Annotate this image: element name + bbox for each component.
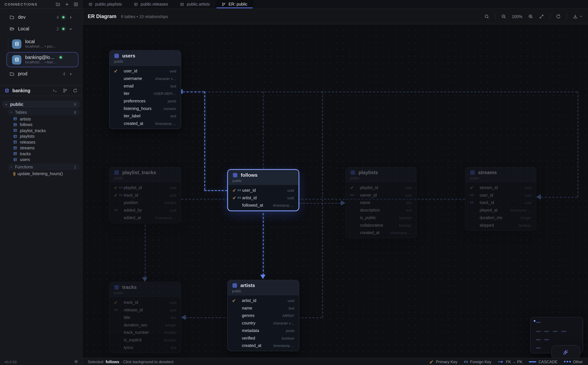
column-row[interactable]: skipped boolean — [465, 221, 536, 229]
connection-group-local[interactable]: Local 2 — [4, 25, 78, 33]
column-row[interactable]: lyrics text — [110, 344, 181, 351]
table-item-label: artists — [20, 117, 31, 121]
column-row[interactable]: track_id uuid — [465, 199, 536, 206]
sidebar-table-item[interactable]: playlist_tracks — [11, 127, 81, 133]
settings-gear-icon[interactable] — [74, 359, 78, 364]
column-row[interactable]: duration_ms integer — [465, 214, 536, 221]
column-row[interactable]: release_id uuid — [110, 306, 181, 314]
add-connection-icon[interactable] — [64, 2, 69, 7]
table-node-playlist-tracks[interactable]: playlist_tracks public playlist_id u — [109, 167, 181, 223]
column-row[interactable]: user_id uuid — [465, 191, 536, 199]
chevron-right-icon[interactable] — [69, 72, 73, 76]
column-row[interactable]: followed_at timestamp … — [228, 201, 299, 209]
tab-public-artists[interactable]: public.artists — [174, 0, 216, 8]
column-row[interactable]: user_id uuid — [228, 186, 299, 194]
connection-item-banking[interactable]: banking@lo… localhost:… • ban… — [7, 52, 78, 67]
export-button[interactable] — [573, 14, 583, 19]
column-row[interactable]: created_at timestamp … — [228, 342, 299, 349]
section-row-tables[interactable]: Tables 8 — [7, 109, 80, 116]
search-button[interactable] — [484, 14, 489, 19]
column-row[interactable]: added_by uuid — [110, 206, 181, 214]
column-row[interactable]: artist_id uuid — [228, 297, 299, 304]
ai-assistant-button[interactable] — [551, 345, 580, 358]
column-row[interactable]: username character v… — [110, 75, 181, 82]
connection-item-local[interactable]: local localhost:… • poc… — [7, 36, 78, 51]
column-row[interactable]: name text — [228, 304, 299, 312]
selection-status: Selected: follows · Click background to … — [88, 359, 429, 364]
tab-public-releases[interactable]: public.releases — [128, 0, 174, 8]
refresh-diagram-button[interactable] — [556, 14, 561, 19]
column-row[interactable]: created_at timestamp … — [346, 229, 416, 236]
column-row[interactable]: artist_id uuid — [228, 194, 299, 202]
tab-er-public[interactable]: ER: public — [216, 0, 253, 8]
sidebar-table-item[interactable]: playlists — [11, 133, 81, 139]
column-row[interactable]: email text — [110, 82, 181, 90]
column-row[interactable]: user_id uuid — [110, 67, 181, 75]
function-braces-icon: { } — [13, 171, 15, 175]
zoom-in-button[interactable] — [528, 14, 533, 19]
column-row[interactable]: title text — [110, 314, 181, 321]
column-row[interactable]: metadata jsonb — [228, 327, 299, 334]
table-node-artists[interactable]: artists public artist_id uuid — [227, 280, 299, 351]
table-node-users[interactable]: users public user_id uuid — [109, 50, 181, 129]
sidebar-table-item[interactable]: follows — [11, 122, 81, 127]
table-schema: public — [114, 59, 176, 63]
column-row[interactable]: duration_sec integer — [110, 321, 181, 329]
column-row[interactable]: stream_id uuid — [465, 184, 536, 191]
zoom-out-button[interactable] — [501, 14, 506, 19]
tab-public-playlists[interactable]: public.playlists — [83, 0, 128, 8]
column-row[interactable]: verified boolean — [228, 334, 299, 342]
collapse-sidebar-icon[interactable] — [74, 2, 78, 7]
column-row[interactable]: description text — [346, 206, 416, 214]
section-row-functions[interactable]: Functions 1 — [7, 164, 80, 170]
column-row[interactable]: listening_hours numeric — [110, 105, 181, 112]
connection-group-dev[interactable]: dev 4 — [4, 13, 78, 21]
sidebar-table-item[interactable]: releases — [11, 139, 81, 145]
column-name: metadata — [242, 328, 286, 333]
column-row[interactable]: genres ARRAY — [228, 312, 299, 319]
column-row[interactable]: track_id uuid — [110, 191, 181, 199]
column-row[interactable]: tier_label text — [110, 112, 181, 120]
foreign-key-icon — [470, 193, 474, 197]
column-row[interactable]: added_at timestamp … — [110, 214, 181, 221]
column-row[interactable]: is_public boolean — [346, 214, 416, 221]
column-row[interactable]: playlist_id uuid — [110, 184, 181, 191]
column-row[interactable]: position smallint — [110, 199, 181, 206]
column-row[interactable]: preferences jsonb — [110, 97, 181, 105]
column-row[interactable]: playlist_id uuid — [346, 184, 416, 191]
sidebar-table-item[interactable]: streams — [11, 145, 81, 151]
sidebar-table-item[interactable]: users — [11, 157, 81, 162]
table-node-tracks[interactable]: tracks public track_id uuid — [109, 282, 181, 353]
column-row[interactable]: track_number smallint — [110, 329, 181, 336]
chevron-down-icon[interactable] — [69, 27, 73, 31]
table-node-follows[interactable]: follows public user_id uuid — [227, 169, 299, 211]
column-row[interactable]: is_explicit boolean — [110, 336, 181, 344]
column-row[interactable]: track_id uuid — [110, 299, 181, 306]
table-node-playlists[interactable]: playlists public playlist_id uuid — [345, 167, 416, 238]
sidebar-table-item[interactable]: artists — [11, 116, 81, 122]
chevron-right-icon[interactable] — [69, 15, 73, 19]
schema-row-public[interactable]: public 9 — [2, 101, 80, 108]
table-node-streams[interactable]: streams public stream_id uuid — [465, 167, 536, 231]
column-row[interactable]: tier USER-DEFI… — [110, 90, 181, 97]
column-type: timestamp … — [155, 121, 176, 125]
relationship-line — [181, 199, 465, 200]
column-row[interactable]: owner_id uuid — [346, 191, 416, 199]
column-row[interactable]: country character v… — [228, 319, 299, 327]
connections-title: CONNECTIONS — [4, 2, 38, 6]
column-name: tier_label — [124, 114, 170, 118]
er-diagram-canvas[interactable]: users public user_id uuid — [83, 24, 588, 358]
er-diagram-icon[interactable] — [63, 88, 68, 93]
column-row[interactable]: created_at timestamp … — [110, 120, 181, 127]
column-row[interactable]: collaborative boolean — [346, 221, 416, 229]
connection-group-prod[interactable]: prod 4 — [4, 70, 78, 78]
sql-console-icon[interactable] — [53, 88, 57, 93]
column-row[interactable]: name text — [346, 199, 416, 206]
column-row[interactable]: played_at timestamp … — [465, 206, 536, 214]
sidebar-function-item[interactable]: { } update_listening_hours() — [11, 171, 81, 176]
fit-view-button[interactable] — [539, 14, 544, 19]
new-folder-icon[interactable] — [55, 2, 60, 7]
relationship-line — [322, 91, 323, 317]
sidebar-table-item[interactable]: tracks — [11, 151, 81, 157]
refresh-icon[interactable] — [73, 88, 78, 93]
